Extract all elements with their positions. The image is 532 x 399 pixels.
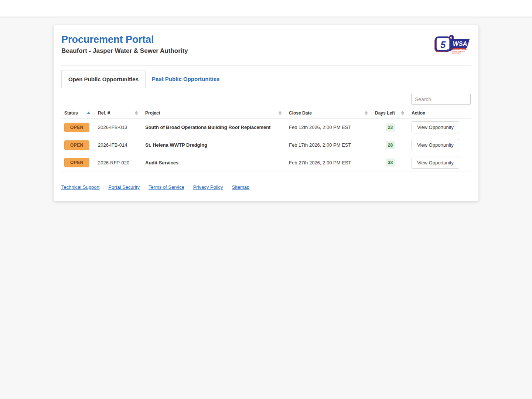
project-cell: Audit Services xyxy=(142,154,286,171)
sort-icon[interactable] xyxy=(135,111,138,115)
footer-links: Technical Support Portal Security Terms … xyxy=(61,184,471,190)
view-opportunity-button[interactable]: View Opportunity xyxy=(412,121,459,133)
logo-caption-3: AUTHORITY xyxy=(452,52,461,54)
procurement-portal-card: Procurement Portal Beaufort - Jasper Wat… xyxy=(53,25,479,201)
tabs-section: Open Public Opportunities Past Public Op… xyxy=(61,65,471,88)
card-header: Procurement Portal Beaufort - Jasper Wat… xyxy=(61,34,471,55)
top-bar xyxy=(0,0,532,17)
ref-cell: 2026-IFB-013 xyxy=(95,119,142,136)
status-cell: OPEN xyxy=(61,119,95,136)
column-label: Action xyxy=(412,110,425,116)
terms-of-service-link[interactable]: Terms of Service xyxy=(149,184,184,190)
table-header-row: Status Ref. # Project Close Date Days Le… xyxy=(61,108,471,118)
table-row: OPEN 2026-RFP-020 Audit Services Feb 27t… xyxy=(61,154,471,171)
sort-icon[interactable] xyxy=(279,111,282,115)
title-block: Procurement Portal Beaufort - Jasper Wat… xyxy=(61,34,188,55)
close-date-cell: Feb 17th 2026, 2:00 PM EST xyxy=(286,136,372,154)
page-subtitle: Beaufort - Jasper Water & Sewer Authorit… xyxy=(61,47,188,55)
column-header-project[interactable]: Project xyxy=(142,108,286,118)
view-opportunity-button[interactable]: View Opportunity xyxy=(412,139,459,151)
view-opportunity-button[interactable]: View Opportunity xyxy=(412,157,459,169)
status-badge: OPEN xyxy=(64,158,89,167)
tab-open-public-opportunities[interactable]: Open Public Opportunities xyxy=(61,71,146,88)
table-row: OPEN 2026-IFB-013 South of Broad Operati… xyxy=(61,118,471,136)
project-cell: St. Helena WWTP Dredging xyxy=(142,136,286,154)
days-left-badge: 28 xyxy=(386,141,395,149)
table-row: OPEN 2026-IFB-014 St. Helena WWTP Dredgi… xyxy=(61,136,471,154)
sort-ascending-icon[interactable] xyxy=(87,112,91,114)
bjwsa-logo-icon: 5 WSA BEAUFORT - JASPER WATER & SEWER AU… xyxy=(434,34,470,54)
search-row xyxy=(61,94,471,105)
days-left-cell: 38 xyxy=(372,154,409,171)
column-header-days-left[interactable]: Days Left xyxy=(372,108,409,118)
column-header-close-date[interactable]: Close Date xyxy=(286,108,372,118)
column-label: Days Left xyxy=(375,110,395,116)
column-label: Status xyxy=(64,110,78,116)
column-header-ref[interactable]: Ref. # xyxy=(95,108,142,118)
status-cell: OPEN xyxy=(61,154,95,171)
logo-five: 5 xyxy=(440,40,446,50)
status-cell: OPEN xyxy=(61,136,95,154)
page-title: Procurement Portal xyxy=(61,34,188,45)
action-cell: View Opportunity xyxy=(409,119,471,136)
sort-icon[interactable] xyxy=(401,111,404,115)
project-cell: South of Broad Operations Building Roof … xyxy=(142,119,286,136)
ref-cell: 2026-IFB-014 xyxy=(95,136,142,154)
technical-support-link[interactable]: Technical Support xyxy=(61,184,99,190)
column-header-action: Action xyxy=(409,108,471,118)
tab-bar: Open Public Opportunities Past Public Op… xyxy=(61,71,471,88)
action-cell: View Opportunity xyxy=(409,154,471,171)
status-badge: OPEN xyxy=(64,140,89,150)
days-left-cell: 28 xyxy=(372,136,409,154)
action-cell: View Opportunity xyxy=(409,136,471,154)
close-date-cell: Feb 12th 2026, 2:00 PM EST xyxy=(286,119,372,136)
privacy-policy-link[interactable]: Privacy Policy xyxy=(193,184,223,190)
column-label: Project xyxy=(145,110,160,116)
status-badge: OPEN xyxy=(64,123,89,132)
opportunities-table: Status Ref. # Project Close Date Days Le… xyxy=(61,108,471,171)
sort-icon[interactable] xyxy=(365,111,368,115)
ref-cell: 2026-RFP-020 xyxy=(95,154,142,171)
close-date-cell: Feb 27th 2026, 2:00 PM EST xyxy=(286,154,372,171)
column-header-status[interactable]: Status xyxy=(61,108,95,118)
days-left-cell: 23 xyxy=(372,119,409,136)
tab-past-public-opportunities[interactable]: Past Public Opportunities xyxy=(146,71,226,88)
days-left-badge: 23 xyxy=(386,123,395,132)
days-left-badge: 38 xyxy=(386,158,395,167)
column-label: Close Date xyxy=(289,110,312,116)
sitemap-link[interactable]: Sitemap xyxy=(232,184,250,190)
logo-wsa: WSA xyxy=(453,40,467,47)
search-input[interactable] xyxy=(411,94,471,105)
column-label: Ref. # xyxy=(98,110,110,116)
portal-security-link[interactable]: Portal Security xyxy=(108,184,140,190)
